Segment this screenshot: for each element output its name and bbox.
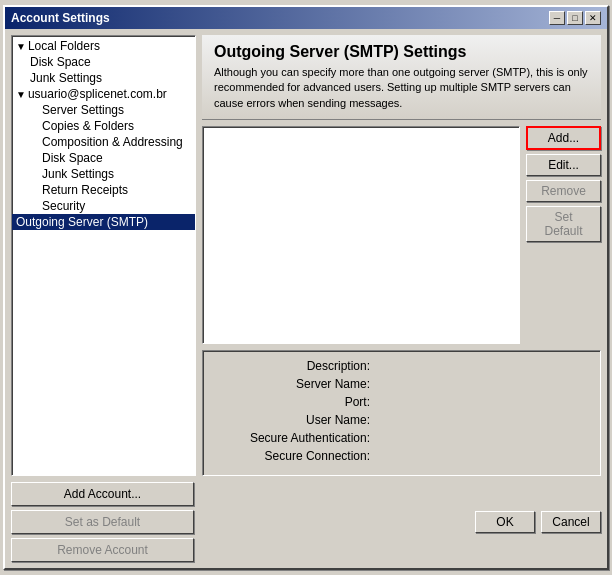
panel-title: Outgoing Server (SMTP) Settings [214, 43, 589, 61]
sidebar-item-outgoing-server[interactable]: Outgoing Server (SMTP) [12, 214, 195, 230]
detail-value-username [374, 413, 588, 427]
sidebar-item-local-folders[interactable]: ▼ Local Folders [12, 38, 195, 54]
sidebar-item-security[interactable]: Security [12, 198, 195, 214]
detail-label-server-name: Server Name: [215, 377, 370, 391]
sidebar-item-label: Disk Space [30, 55, 91, 69]
main-content: ▼ Local Folders Disk Space Junk Settings… [11, 35, 601, 476]
detail-value-server-name [374, 377, 588, 391]
sidebar-item-return-receipts[interactable]: Return Receipts [12, 182, 195, 198]
detail-row-port: Port: [215, 395, 588, 409]
detail-label-description: Description: [215, 359, 370, 373]
right-panel: Outgoing Server (SMTP) Settings Although… [202, 35, 601, 476]
sidebar-item-label: Junk Settings [42, 167, 114, 181]
sidebar-item-label: Disk Space [42, 151, 103, 165]
sidebar-item-label: Composition & Addressing [42, 135, 183, 149]
account-settings-window: Account Settings ─ □ ✕ ▼ Local Folders D… [3, 5, 609, 570]
sidebar-item-composition-addressing[interactable]: Composition & Addressing [12, 134, 195, 150]
set-default-button[interactable]: Set Default [526, 206, 601, 242]
detail-value-port [374, 395, 588, 409]
detail-label-username: User Name: [215, 413, 370, 427]
sidebar-tree: ▼ Local Folders Disk Space Junk Settings… [11, 35, 196, 476]
sidebar-item-junk-settings-1[interactable]: Junk Settings [12, 70, 195, 86]
add-account-button[interactable]: Add Account... [11, 482, 194, 506]
expand-icon: ▼ [16, 41, 26, 52]
sidebar-item-label: Local Folders [28, 39, 100, 53]
expand-icon: ▼ [16, 89, 26, 100]
remove-button[interactable]: Remove [526, 180, 601, 202]
smtp-area: Add... Edit... Remove Set Default [202, 126, 601, 344]
sidebar-item-label: usuario@splicenet.com.br [28, 87, 167, 101]
sidebar-item-usuario[interactable]: ▼ usuario@splicenet.com.br [12, 86, 195, 102]
close-button[interactable]: ✕ [585, 11, 601, 25]
panel-description: Although you can specify more than one o… [214, 65, 589, 111]
title-bar-controls: ─ □ ✕ [549, 11, 601, 25]
smtp-server-list[interactable] [202, 126, 520, 344]
sidebar-item-label: Return Receipts [42, 183, 128, 197]
sidebar-item-junk-settings-2[interactable]: Junk Settings [12, 166, 195, 182]
smtp-action-buttons: Add... Edit... Remove Set Default [526, 126, 601, 344]
add-button[interactable]: Add... [526, 126, 601, 150]
sidebar-item-label: Outgoing Server (SMTP) [16, 215, 148, 229]
set-as-default-button[interactable]: Set as Default [11, 510, 194, 534]
panel-header: Outgoing Server (SMTP) Settings Although… [202, 35, 601, 120]
sidebar-item-label: Copies & Folders [42, 119, 134, 133]
sidebar-item-disk-space-1[interactable]: Disk Space [12, 54, 195, 70]
sidebar-item-server-settings[interactable]: Server Settings [12, 102, 195, 118]
maximize-button[interactable]: □ [567, 11, 583, 25]
detail-row-secure-conn: Secure Connection: [215, 449, 588, 463]
detail-value-description [374, 359, 588, 373]
detail-row-description: Description: [215, 359, 588, 373]
sidebar-item-copies-folders[interactable]: Copies & Folders [12, 118, 195, 134]
bottom-left-buttons: Add Account... Set as Default Remove Acc… [11, 482, 196, 562]
detail-label-secure-auth: Secure Authentication: [215, 431, 370, 445]
cancel-button[interactable]: Cancel [541, 511, 601, 533]
bottom-actions: OK Cancel [475, 511, 601, 533]
sidebar-item-label: Junk Settings [30, 71, 102, 85]
ok-button[interactable]: OK [475, 511, 535, 533]
detail-label-port: Port: [215, 395, 370, 409]
detail-row-username: User Name: [215, 413, 588, 427]
sidebar-item-label: Security [42, 199, 85, 213]
title-bar: Account Settings ─ □ ✕ [5, 7, 607, 29]
sidebar-item-label: Server Settings [42, 103, 124, 117]
smtp-details-panel: Description: Server Name: Port: User Nam… [202, 350, 601, 476]
minimize-button[interactable]: ─ [549, 11, 565, 25]
edit-button[interactable]: Edit... [526, 154, 601, 176]
window-body: ▼ Local Folders Disk Space Junk Settings… [5, 29, 607, 568]
window-title: Account Settings [11, 11, 110, 25]
detail-label-secure-conn: Secure Connection: [215, 449, 370, 463]
detail-row-server-name: Server Name: [215, 377, 588, 391]
sidebar-item-disk-space-2[interactable]: Disk Space [12, 150, 195, 166]
detail-row-secure-auth: Secure Authentication: [215, 431, 588, 445]
detail-value-secure-conn [374, 449, 588, 463]
remove-account-button[interactable]: Remove Account [11, 538, 194, 562]
detail-value-secure-auth [374, 431, 588, 445]
bottom-bar: Add Account... Set as Default Remove Acc… [11, 482, 601, 562]
